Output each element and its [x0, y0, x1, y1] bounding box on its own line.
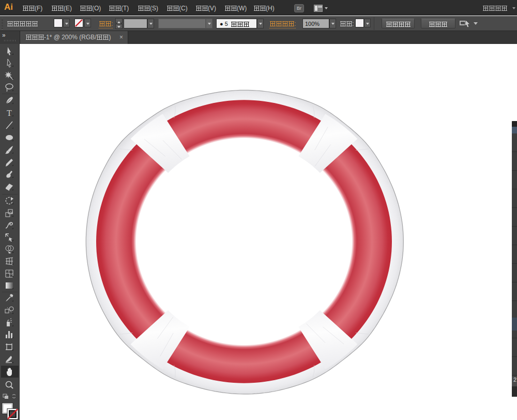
svg-text:T: T	[7, 109, 12, 117]
